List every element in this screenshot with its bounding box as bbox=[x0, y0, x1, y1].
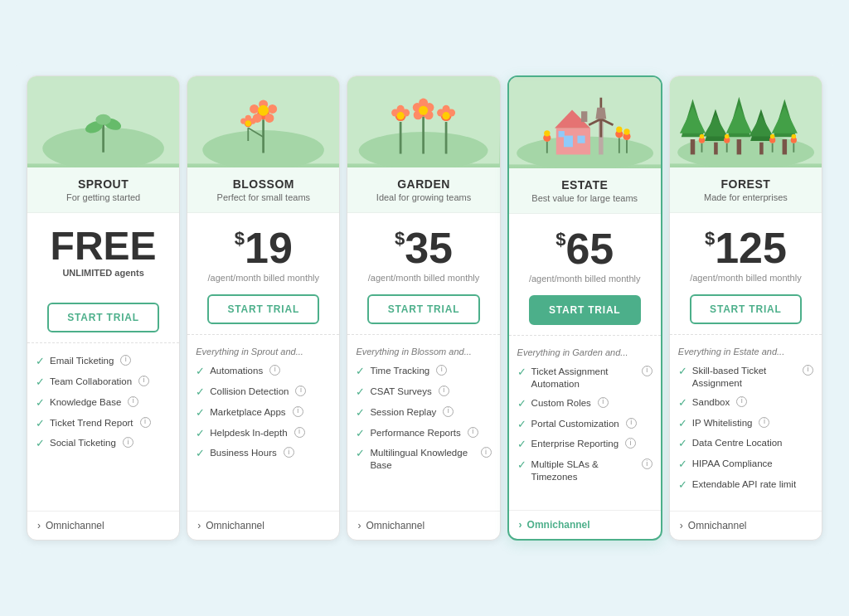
price-currency-estate: $ bbox=[555, 230, 565, 249]
plan-footer-garden[interactable]: › Omnichannel bbox=[347, 511, 499, 540]
svg-point-12 bbox=[268, 104, 277, 114]
feature-item-forest-1: ✓ Sandbox i bbox=[678, 396, 813, 410]
feature-text-sprout-2: Knowledge Base bbox=[50, 396, 121, 409]
price-currency-blossom: $ bbox=[235, 230, 245, 248]
info-icon-estate-3[interactable]: i bbox=[625, 438, 636, 449]
feature-check-forest-1: ✓ bbox=[678, 396, 687, 410]
plan-tagline-estate: Best value for large teams bbox=[517, 193, 653, 203]
plan-footer-estate[interactable]: › Omnichannel bbox=[509, 510, 661, 539]
plan-pricing-forest: $ 125 /agent/month billed monthly START … bbox=[670, 213, 822, 335]
plan-tagline-sprout: For getting started bbox=[36, 192, 171, 202]
feature-check-sprout-0: ✓ bbox=[36, 355, 45, 369]
svg-point-94 bbox=[770, 133, 774, 138]
info-icon-blossom-1[interactable]: i bbox=[295, 386, 306, 396]
svg-point-16 bbox=[258, 105, 269, 116]
feature-check-forest-0: ✓ bbox=[678, 365, 687, 379]
feature-item-blossom-2: ✓ Marketplace Apps i bbox=[196, 406, 331, 420]
info-icon-blossom-0[interactable]: i bbox=[269, 365, 280, 376]
feature-item-forest-5: ✓ Extendable API rate limit bbox=[678, 478, 813, 492]
chevron-right-icon-estate: › bbox=[519, 519, 522, 531]
plan-footer-forest[interactable]: › Omnichannel bbox=[670, 511, 822, 540]
feature-text-garden-0: Time Tracking bbox=[370, 365, 429, 377]
feature-text-garden-1: CSAT Surveys bbox=[370, 386, 431, 398]
plan-pricing-estate: $ 65 /agent/month billed monthly START T… bbox=[509, 214, 661, 336]
feature-item-sprout-1: ✓ Team Collaboration i bbox=[36, 376, 171, 390]
info-icon-blossom-3[interactable]: i bbox=[294, 427, 305, 438]
feature-item-estate-2: ✓ Portal Customization i bbox=[517, 418, 653, 432]
feature-text-estate-1: Custom Roles bbox=[531, 397, 591, 410]
chevron-right-icon-blossom: › bbox=[197, 520, 201, 531]
svg-point-91 bbox=[725, 133, 729, 138]
price-billing-forest: /agent/month billed monthly bbox=[680, 273, 812, 284]
trial-button-sprout[interactable]: START TRIAL bbox=[47, 303, 159, 332]
feature-text-blossom-4: Business Hours bbox=[210, 447, 277, 459]
feature-item-forest-2: ✓ IP Whitelisting i bbox=[678, 417, 813, 431]
trial-button-blossom[interactable]: START TRIAL bbox=[207, 294, 319, 324]
svg-rect-83 bbox=[782, 139, 786, 154]
plan-footer-sprout[interactable]: › Omnichannel bbox=[27, 511, 179, 540]
info-icon-estate-1[interactable]: i bbox=[598, 397, 609, 408]
trial-button-estate[interactable]: START TRIAL bbox=[529, 295, 641, 325]
plan-illustration-sprout bbox=[27, 76, 179, 167]
features-intro-garden: Everything in Blossom and... bbox=[356, 347, 491, 357]
svg-point-44 bbox=[443, 112, 450, 119]
svg-rect-77 bbox=[736, 139, 740, 154]
feature-check-garden-3: ✓ bbox=[356, 427, 365, 441]
info-icon-garden-4[interactable]: i bbox=[481, 447, 492, 458]
info-icon-estate-0[interactable]: i bbox=[642, 366, 653, 376]
feature-check-garden-1: ✓ bbox=[356, 386, 365, 400]
feature-text-garden-2: Session Replay bbox=[370, 406, 436, 419]
plan-pricing-garden: $ 35 /agent/month billed monthly START T… bbox=[347, 213, 499, 335]
info-icon-garden-2[interactable]: i bbox=[443, 406, 454, 417]
info-icon-forest-0[interactable]: i bbox=[803, 365, 813, 376]
feature-check-sprout-3: ✓ bbox=[36, 417, 45, 431]
info-icon-garden-1[interactable]: i bbox=[439, 386, 449, 396]
info-icon-sprout-4[interactable]: i bbox=[123, 437, 133, 448]
info-icon-estate-4[interactable]: i bbox=[642, 458, 653, 469]
feature-check-blossom-3: ✓ bbox=[196, 427, 205, 441]
feature-item-garden-3: ✓ Performance Reports i bbox=[356, 427, 491, 441]
feature-item-sprout-4: ✓ Social Ticketing i bbox=[36, 437, 171, 451]
feature-check-garden-4: ✓ bbox=[356, 447, 365, 461]
plan-features-sprout: ✓ Email Ticketing i ✓ Team Collaboration… bbox=[27, 343, 179, 511]
info-icon-blossom-4[interactable]: i bbox=[284, 447, 294, 458]
feature-item-garden-2: ✓ Session Replay i bbox=[356, 406, 491, 420]
price-billing-blossom: /agent/month billed monthly bbox=[197, 273, 329, 284]
feature-text-sprout-0: Email Ticketing bbox=[50, 355, 114, 367]
price-display-blossom: $ 19 bbox=[197, 226, 329, 269]
feature-text-blossom-0: Automations bbox=[210, 365, 263, 377]
info-icon-forest-2[interactable]: i bbox=[759, 417, 769, 428]
plan-header-garden: GARDEN Ideal for growing teams bbox=[347, 167, 499, 213]
svg-rect-80 bbox=[759, 143, 764, 155]
features-intro-blossom: Everything in Sprout and... bbox=[196, 347, 331, 357]
info-icon-sprout-3[interactable]: i bbox=[140, 417, 151, 428]
feature-item-estate-0: ✓ Ticket Assignment Automation i bbox=[517, 366, 653, 390]
plan-illustration-blossom bbox=[187, 76, 339, 167]
footer-label-garden: Omnichannel bbox=[366, 520, 424, 531]
info-icon-sprout-2[interactable]: i bbox=[128, 396, 138, 407]
feature-text-blossom-2: Marketplace Apps bbox=[210, 406, 285, 419]
feature-text-sprout-1: Team Collaboration bbox=[50, 376, 132, 388]
info-icon-sprout-1[interactable]: i bbox=[138, 376, 149, 386]
svg-rect-52 bbox=[581, 111, 587, 122]
trial-button-garden[interactable]: START TRIAL bbox=[367, 294, 479, 324]
feature-item-garden-4: ✓ Multilingual Knowledge Base i bbox=[356, 447, 491, 472]
feature-check-garden-2: ✓ bbox=[356, 406, 365, 420]
feature-check-estate-4: ✓ bbox=[517, 458, 526, 473]
feature-check-sprout-4: ✓ bbox=[36, 437, 45, 451]
plan-header-blossom: BLOSSOM Perfect for small teams bbox=[187, 167, 339, 213]
info-icon-garden-0[interactable]: i bbox=[436, 365, 447, 376]
svg-marker-59 bbox=[595, 108, 606, 119]
info-icon-garden-3[interactable]: i bbox=[468, 427, 478, 438]
info-icon-forest-1[interactable]: i bbox=[736, 396, 747, 407]
info-icon-estate-2[interactable]: i bbox=[626, 418, 637, 429]
info-icon-sprout-0[interactable]: i bbox=[120, 355, 131, 366]
plan-footer-blossom[interactable]: › Omnichannel bbox=[187, 511, 339, 540]
feature-item-blossom-1: ✓ Collision Detection i bbox=[196, 386, 331, 400]
svg-point-38 bbox=[420, 106, 429, 115]
trial-button-forest[interactable]: START TRIAL bbox=[690, 294, 802, 324]
feature-text-forest-5: Extendable API rate limit bbox=[692, 478, 796, 491]
info-icon-blossom-2[interactable]: i bbox=[293, 406, 303, 417]
footer-label-blossom: Omnichannel bbox=[206, 520, 264, 531]
svg-point-30 bbox=[397, 112, 405, 119]
